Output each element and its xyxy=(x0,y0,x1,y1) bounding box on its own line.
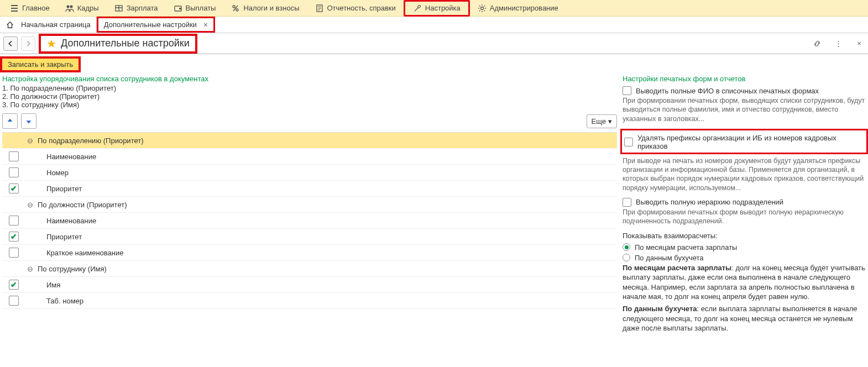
wrench-icon xyxy=(413,4,422,13)
option-full-fio: Выводить полные ФИО в списочных печатных… xyxy=(623,86,866,95)
tree-item-label: Наименование xyxy=(46,153,96,161)
tab-home[interactable]: Начальная страница xyxy=(0,17,97,33)
tree-item-dept-number[interactable]: Номер xyxy=(2,165,617,181)
menu-taxes[interactable]: Налоги и взносы xyxy=(223,0,307,17)
tree-item-label: Наименование xyxy=(46,217,96,225)
right-section-title: Настройки печатных форм и отчетов xyxy=(623,75,866,83)
home-icon xyxy=(6,20,14,29)
tree-group-department-label: По подразделению (Приоритет) xyxy=(38,137,144,145)
option-full-hierarchy-desc: При формировании печатных форм выводит п… xyxy=(623,208,866,226)
checkbox[interactable] xyxy=(9,216,19,226)
menu-salary-label: Зарплата xyxy=(127,4,158,12)
menu-staff[interactable]: Кадры xyxy=(57,0,107,17)
checkbox[interactable] xyxy=(9,151,19,161)
table-icon xyxy=(114,4,123,13)
svg-rect-4 xyxy=(179,8,181,9)
tree-item-dept-name[interactable]: Наименование xyxy=(2,149,617,165)
explain-para-2: По данным бухучета: если выплата зарплат… xyxy=(623,304,866,333)
checkbox[interactable] xyxy=(9,167,19,177)
option-remove-prefixes-desc: При выводе на печать из номеров документ… xyxy=(623,156,866,192)
page-title-box: ★ Дополнительные настройки xyxy=(39,34,197,54)
svg-point-0 xyxy=(66,5,69,8)
collapse-icon[interactable]: ⊖ xyxy=(27,265,33,272)
sort-order-2: 2. По должности (Приоритет) xyxy=(2,92,617,101)
radio-by-accounting-label: По данным бухучета xyxy=(635,254,704,262)
tree-item-emp-name[interactable]: Имя xyxy=(2,277,617,293)
document-icon xyxy=(315,4,324,13)
tree-item-label: Номер xyxy=(46,169,69,177)
tab-close-icon[interactable]: × xyxy=(203,20,208,29)
more-actions-icon[interactable]: ⋮ xyxy=(833,38,844,49)
menu-admin-label: Администрирование xyxy=(490,4,558,12)
menu-settings[interactable]: Настройка xyxy=(404,0,470,17)
tab-home-label: Начальная страница xyxy=(21,20,91,29)
more-button-label: Еще xyxy=(592,117,606,125)
menu-admin[interactable]: Администрирование xyxy=(470,0,566,17)
checkbox[interactable] xyxy=(9,280,19,290)
move-up-button[interactable] xyxy=(2,113,18,129)
tab-additional-settings-label: Дополнительные настройки xyxy=(104,20,197,29)
tree-group-employee[interactable]: ⊖ По сотруднику (Имя) xyxy=(2,261,617,277)
save-and-close-button[interactable]: Записать и закрыть xyxy=(0,56,81,72)
tree-item-label: Приоритет xyxy=(46,185,82,193)
checkbox-full-fio[interactable] xyxy=(623,86,631,95)
main-menu-bar: Главное Кадры Зарплата Выплаты Налоги и … xyxy=(0,0,868,17)
tab-additional-settings[interactable]: Дополнительные настройки × xyxy=(97,17,215,33)
left-section-title: Настройка упорядочивания списка сотрудни… xyxy=(2,75,617,83)
sort-order-summary: 1. По подразделению (Приоритет) 2. По до… xyxy=(2,84,617,109)
svg-point-1 xyxy=(70,5,72,8)
explain-para-1: По месяцам расчета зарплаты: долг на кон… xyxy=(623,263,866,302)
menu-salary[interactable]: Зарплата xyxy=(107,0,166,17)
tree-item-pos-shortname[interactable]: Краткое наименование xyxy=(2,245,617,261)
checkbox[interactable] xyxy=(9,232,19,242)
move-down-button[interactable] xyxy=(21,113,36,129)
radio-by-month[interactable]: По месяцам расчета зарплаты xyxy=(623,243,866,251)
forward-button[interactable] xyxy=(21,36,35,51)
menu-taxes-label: Налоги и взносы xyxy=(243,4,299,12)
tree-item-emp-tabnum[interactable]: Таб. номер xyxy=(2,293,617,309)
radio-by-month-label: По месяцам расчета зарплаты xyxy=(635,243,737,251)
menu-reports[interactable]: Отчетность, справки xyxy=(307,0,404,17)
tree-group-position[interactable]: ⊖ По должности (Приоритет) xyxy=(2,197,617,213)
option-full-fio-label: Выводить полные ФИО в списочных печатных… xyxy=(636,87,819,95)
sort-order-1: 1. По подразделению (Приоритет) xyxy=(2,84,617,92)
checkbox[interactable] xyxy=(9,248,19,258)
menu-payments[interactable]: Выплаты xyxy=(166,0,224,17)
tree-item-pos-name[interactable]: Наименование xyxy=(2,213,617,229)
checkbox-remove-prefixes[interactable] xyxy=(624,138,633,146)
gear-icon xyxy=(478,4,487,13)
sort-buttons-row: Еще ▾ xyxy=(2,113,617,129)
link-icon[interactable] xyxy=(812,38,823,49)
tree-item-pos-priority[interactable]: Приоритет xyxy=(2,229,617,245)
radio-by-accounting[interactable]: По данным бухучета xyxy=(623,254,866,262)
option-remove-prefixes-highlight: Удалять префиксы организации и ИБ из ном… xyxy=(620,129,868,154)
menu-payments-label: Выплаты xyxy=(186,4,216,12)
chevron-down-icon: ▾ xyxy=(608,117,612,125)
svg-point-5 xyxy=(233,6,235,8)
more-button[interactable]: Еще ▾ xyxy=(587,114,617,128)
menu-main[interactable]: Главное xyxy=(2,0,57,17)
sort-order-3: 3. По сотруднику (Имя) xyxy=(2,101,617,109)
checkbox[interactable] xyxy=(9,184,19,193)
close-form-icon[interactable]: × xyxy=(854,38,865,49)
collapse-icon[interactable]: ⊖ xyxy=(27,137,33,144)
tree-item-dept-priority[interactable]: Приоритет xyxy=(2,181,617,197)
option-remove-prefixes: Удалять префиксы организации и ИБ из ном… xyxy=(624,134,864,150)
people-icon xyxy=(65,4,74,13)
page-title: Дополнительные настройки xyxy=(61,38,190,49)
radio-by-accounting-input[interactable] xyxy=(623,254,630,261)
percent-icon xyxy=(231,4,240,13)
option-full-hierarchy: Выводить полную иерархию подразделений xyxy=(623,198,866,207)
checkbox-full-hierarchy[interactable] xyxy=(623,198,631,207)
back-button[interactable] xyxy=(3,36,18,51)
star-icon[interactable]: ★ xyxy=(46,37,56,50)
checkbox[interactable] xyxy=(9,296,19,306)
explain-para-1-bold: По месяцам расчета зарплаты xyxy=(623,264,731,272)
tree-item-label: Приоритет xyxy=(46,233,82,241)
collapse-icon[interactable]: ⊖ xyxy=(27,201,33,208)
tree-group-department[interactable]: ⊖ По подразделению (Приоритет) xyxy=(2,133,617,149)
option-full-fio-desc: При формировании печатных форм, выводящи… xyxy=(623,96,866,123)
radio-by-month-input[interactable] xyxy=(623,243,630,251)
tree-group-position-label: По должности (Приоритет) xyxy=(38,201,127,209)
wallet-icon xyxy=(174,4,182,13)
